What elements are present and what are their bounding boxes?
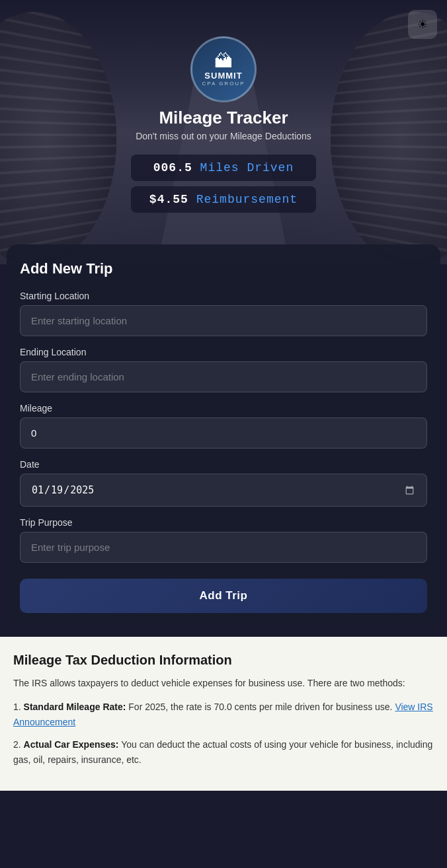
logo-company-name: SUMMIT [204, 71, 242, 81]
miles-stat-row: 006.5 Miles Driven [131, 155, 316, 181]
item1-prefix: 1. [13, 702, 24, 712]
app-title: Mileage Tracker [159, 108, 288, 128]
info-intro-text: The IRS allows taxpayers to deduct vehic… [13, 676, 434, 690]
stats-container: 006.5 Miles Driven $4.55 Reimbursement [131, 155, 316, 213]
reimbursement-value: $4.55 [149, 193, 188, 206]
info-section: Mileage Tax Deduction Information The IR… [0, 637, 447, 791]
theme-toggle-button[interactable]: ☀ [408, 10, 437, 39]
trip-purpose-label: Trip Purpose [20, 517, 427, 528]
logo-company-subtitle: CPA GROUP [202, 81, 245, 87]
reimbursement-label: Reimbursement [196, 193, 298, 206]
starting-location-label: Starting Location [20, 291, 427, 301]
ending-location-label: Ending Location [20, 347, 427, 357]
miles-value: 006.5 [153, 161, 192, 174]
item1-text: For 2025, the rate is 70.0 cents per mil… [126, 702, 395, 712]
mileage-label: Mileage [20, 403, 427, 414]
miles-label: Miles Driven [200, 161, 294, 174]
app-subtitle: Don't miss out on your Mileage Deduction… [136, 131, 311, 141]
info-item-2: 2. Actual Car Expenses: You can deduct t… [13, 737, 434, 767]
form-title: Add New Trip [20, 260, 427, 277]
mountain-icon: 🏔 [214, 52, 233, 71]
ending-location-field: Ending Location [20, 347, 427, 392]
info-item-1: 1. Standard Mileage Rate: For 2025, the … [13, 700, 434, 729]
trip-purpose-input[interactable] [20, 532, 427, 563]
starting-location-field: Starting Location [20, 291, 427, 336]
add-trip-form: Add New Trip Starting Location Ending Lo… [7, 244, 440, 626]
date-input[interactable] [20, 474, 427, 507]
mileage-field: Mileage [20, 403, 427, 449]
sun-icon: ☀ [417, 17, 428, 32]
reimbursement-stat-row: $4.55 Reimbursement [131, 186, 316, 213]
item2-bold-label: Actual Car Expenses: [24, 739, 119, 750]
date-field: Date [20, 459, 427, 507]
info-section-title: Mileage Tax Deduction Information [13, 653, 434, 668]
add-trip-button[interactable]: Add Trip [20, 579, 427, 613]
starting-location-input[interactable] [20, 305, 427, 336]
date-label: Date [20, 459, 427, 470]
mileage-input[interactable] [20, 417, 427, 449]
item1-bold-label: Standard Mileage Rate: [24, 702, 126, 712]
logo-circle: 🏔 SUMMIT CPA GROUP [190, 36, 257, 102]
logo-container: 🏔 SUMMIT CPA GROUP [190, 36, 257, 102]
hero-section: ☀ 🏔 SUMMIT CPA GROUP Mileage Tracker Don… [0, 0, 447, 264]
trip-purpose-field: Trip Purpose [20, 517, 427, 563]
ending-location-input[interactable] [20, 361, 427, 392]
item2-prefix: 2. [13, 739, 24, 750]
